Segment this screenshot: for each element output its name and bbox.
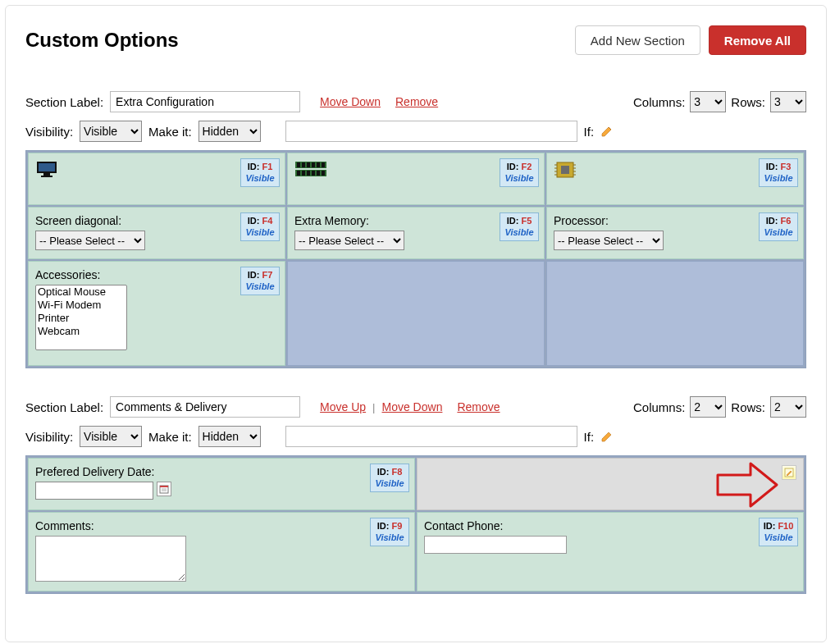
screen-diagonal-select[interactable]: -- Please Select --	[35, 231, 145, 250]
cell-f1[interactable]: ID: F1 Visible	[28, 153, 285, 205]
page-title: Custom Options	[25, 29, 179, 52]
rows-select[interactable]: 3	[770, 91, 806, 112]
svg-rect-12	[297, 171, 300, 176]
cell-f9[interactable]: Comments: ID: F9 Visible	[28, 512, 415, 591]
extra-memory-select[interactable]: -- Please Select --	[294, 231, 404, 250]
if-label: If:	[584, 125, 595, 139]
svg-rect-3	[41, 176, 52, 177]
delivery-date-input[interactable]	[35, 482, 153, 500]
make-it-label: Make it:	[148, 125, 192, 139]
id-badge-f7: ID: F7 Visible	[240, 267, 280, 295]
svg-rect-13	[302, 171, 305, 176]
comments-textarea[interactable]	[35, 536, 186, 582]
remove-section-link-2[interactable]: Remove	[457, 400, 500, 413]
section-label-text-2: Section Label:	[25, 400, 103, 414]
add-field-icon[interactable]	[782, 465, 796, 480]
make-it-select-2[interactable]: Hidden	[198, 426, 261, 447]
svg-rect-15	[312, 171, 315, 176]
rows-label: Rows:	[731, 95, 765, 109]
id-badge-f3: ID: F3 Visible	[759, 158, 798, 187]
ram-icon	[294, 160, 327, 178]
cell-f4[interactable]: Screen diagonal: -- Please Select -- ID:…	[28, 207, 285, 259]
id-badge-f1: ID: F1 Visible	[240, 158, 280, 187]
section-comments-delivery: Section Label: Move Up | Move Down Remov…	[25, 396, 806, 594]
visibility-select[interactable]: Visible	[80, 121, 142, 142]
rows-select-2[interactable]: 2	[770, 396, 806, 418]
processor-select[interactable]: -- Please Select --	[554, 231, 664, 250]
svg-rect-29	[160, 486, 168, 487]
make-it-select[interactable]: Hidden	[198, 121, 261, 142]
cell-empty-new-field[interactable]	[417, 458, 804, 510]
id-badge-f2: ID: F2 Visible	[500, 158, 539, 187]
cell-f6[interactable]: Processor: -- Please Select -- ID: F6 Vi…	[546, 207, 804, 259]
make-it-label-2: Make it:	[148, 430, 192, 444]
section-label-text: Section Label:	[25, 95, 103, 109]
svg-rect-14	[307, 171, 310, 176]
svg-rect-17	[322, 171, 325, 176]
monitor-icon	[35, 160, 60, 178]
section-row-visibility: Visibility: Visible Make it: Hidden If:	[25, 121, 806, 142]
svg-rect-9	[312, 162, 315, 167]
section2-grid: Prefered Delivery Date: ID: F8 Visible	[25, 455, 806, 594]
edit-condition-icon-2[interactable]	[600, 430, 614, 443]
if-condition-input-2[interactable]	[285, 426, 577, 447]
section1-grid: ID: F1 Visible ID: F2 Visible	[25, 150, 806, 368]
rows-label-2: Rows:	[731, 400, 765, 414]
header-buttons: Add New Section Remove All	[575, 25, 806, 55]
comments-label: Comments:	[35, 519, 408, 532]
cpu-icon	[554, 160, 577, 180]
remove-all-button[interactable]: Remove All	[709, 25, 806, 55]
move-down-link[interactable]: Move Down	[320, 95, 381, 108]
visibility-label-2: Visibility:	[25, 430, 73, 444]
id-badge-f8: ID: F8 Visible	[370, 464, 409, 492]
columns-select-2[interactable]: 2	[690, 396, 726, 418]
svg-rect-2	[43, 173, 50, 176]
cell-f7[interactable]: Accessories: Optical Mouse Wi-Fi Modem P…	[28, 261, 285, 366]
cell-f10[interactable]: Contact Phone: ID: F10 Visible	[417, 512, 804, 591]
page-header: Custom Options Add New Section Remove Al…	[25, 25, 806, 55]
cell-empty-r3c2[interactable]	[287, 261, 545, 366]
cell-empty-r3c3[interactable]	[546, 261, 804, 366]
visibility-label: Visibility:	[25, 125, 73, 139]
section-label-input[interactable]	[110, 91, 300, 112]
cell-f2[interactable]: ID: F2 Visible	[287, 153, 545, 205]
move-down-link-2[interactable]: Move Down	[382, 400, 443, 413]
section-label-input-2[interactable]	[110, 396, 300, 418]
if-condition-input[interactable]	[285, 121, 577, 142]
section-row-visibility-2: Visibility: Visible Make it: Hidden If:	[25, 426, 806, 447]
edit-condition-icon[interactable]	[600, 125, 614, 138]
section-extra-configuration: Section Label: Move Down Remove Columns:…	[25, 91, 806, 368]
section-row-label: Section Label: Move Down Remove Columns:…	[25, 91, 806, 112]
columns-label-2: Columns:	[633, 400, 685, 414]
id-badge-f9: ID: F9 Visible	[370, 518, 409, 546]
svg-rect-7	[302, 162, 305, 167]
cell-f5[interactable]: Extra Memory: -- Please Select -- ID: F5…	[287, 207, 545, 259]
contact-phone-input[interactable]	[424, 536, 567, 554]
svg-rect-19	[561, 166, 569, 174]
section-row-label-2: Section Label: Move Up | Move Down Remov…	[25, 396, 806, 418]
move-up-link[interactable]: Move Up	[320, 400, 366, 413]
link-separator: |	[372, 401, 375, 413]
accessories-listbox[interactable]: Optical Mouse Wi-Fi Modem Printer Webcam	[35, 285, 127, 350]
id-badge-f10: ID: F10 Visible	[759, 518, 798, 546]
id-badge-f5: ID: F5 Visible	[500, 212, 539, 241]
id-badge-f6: ID: F6 Visible	[759, 212, 798, 241]
add-new-section-button[interactable]: Add New Section	[575, 25, 700, 55]
arrow-annotation-icon	[714, 459, 780, 511]
delivery-date-label: Prefered Delivery Date:	[35, 465, 408, 478]
columns-rows-controls-2: Columns: 2 Rows: 2	[633, 396, 806, 418]
visibility-select-2[interactable]: Visible	[80, 426, 142, 447]
remove-section-link[interactable]: Remove	[395, 95, 438, 108]
contact-phone-label: Contact Phone:	[424, 519, 796, 532]
custom-options-panel: Custom Options Add New Section Remove Al…	[5, 5, 827, 642]
svg-rect-8	[307, 162, 310, 167]
calendar-icon[interactable]	[157, 482, 171, 496]
cell-f8[interactable]: Prefered Delivery Date: ID: F8 Visible	[28, 458, 415, 510]
columns-label: Columns:	[633, 95, 685, 109]
id-badge-f4: ID: F4 Visible	[240, 212, 280, 241]
svg-rect-1	[39, 163, 55, 171]
cell-f3[interactable]: ID: F3 Visible	[546, 153, 804, 205]
svg-rect-16	[317, 171, 320, 176]
columns-select[interactable]: 3	[690, 91, 726, 112]
columns-rows-controls: Columns: 3 Rows: 3	[633, 91, 806, 112]
